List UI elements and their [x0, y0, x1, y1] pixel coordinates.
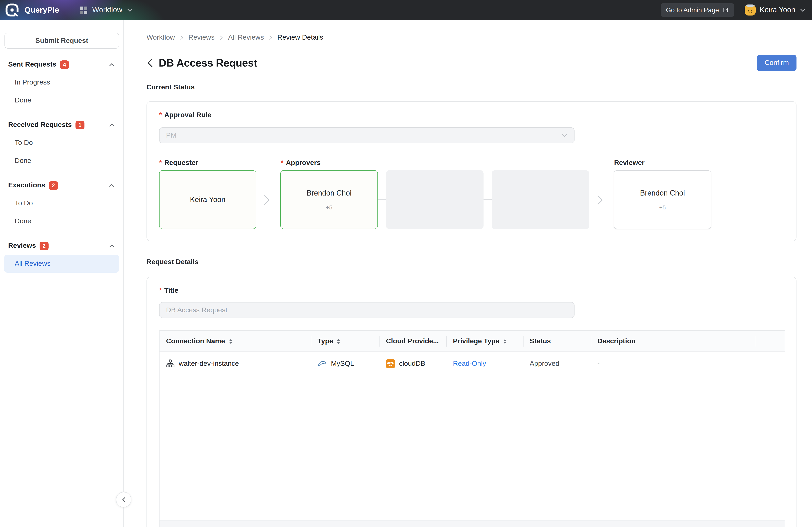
- required-asterisk: *: [281, 159, 284, 167]
- current-status-card: * Approval Rule PM * Requester * Approve…: [146, 101, 797, 241]
- requester-label: * Requester: [159, 159, 198, 167]
- sidebar-item-to-do[interactable]: To Do: [0, 134, 123, 152]
- chevron-down-icon: [127, 9, 132, 12]
- breadcrumb-all-reviews[interactable]: All Reviews: [228, 33, 264, 42]
- sidebar-item-in-progress[interactable]: In Progress: [0, 73, 123, 91]
- sort-icon: [503, 339, 507, 344]
- sidebar-item-done[interactable]: Done: [0, 212, 123, 230]
- approval-rule-label: * Approval Rule: [159, 111, 212, 119]
- aws-icon: aws: [386, 359, 395, 368]
- requester-card: Keira Yoon: [159, 170, 256, 229]
- sidebar-section-executions[interactable]: Executions 2: [0, 176, 123, 194]
- topbar: QueryPie Workflow Go to Admin Page Keira…: [0, 0, 812, 20]
- main-content: Workflow Reviews All Reviews Review Deta…: [124, 20, 812, 527]
- approver-placeholder-card: [492, 170, 589, 229]
- breadcrumb-workflow[interactable]: Workflow: [146, 33, 175, 42]
- column-header-cloud-provider[interactable]: Cloud Provide...: [379, 331, 446, 352]
- flow-arrow-icon: [597, 195, 603, 205]
- chevron-up-icon: [110, 244, 114, 247]
- confirm-button[interactable]: Confirm: [757, 55, 797, 71]
- sidebar-nav: Sent Requests 4 In Progress Done Receive…: [0, 56, 123, 273]
- app-window: QueryPie Workflow Go to Admin Page Keira…: [0, 0, 812, 527]
- sidebar-item-all-reviews[interactable]: All Reviews: [4, 255, 119, 273]
- user-name: Keira Yoon: [760, 6, 795, 14]
- sidebar-collapse-button[interactable]: [116, 492, 131, 508]
- topbar-divider: [70, 5, 70, 14]
- grid-icon: [80, 6, 87, 14]
- external-link-icon: [723, 7, 729, 13]
- chevron-up-icon: [110, 63, 114, 66]
- table-row[interactable]: walter-dev-instance MySQL aws cloudD: [160, 352, 785, 375]
- cloud-provider-cell: aws cloudDB: [379, 352, 446, 375]
- approvers-label: * Approvers: [281, 159, 320, 167]
- required-asterisk: *: [159, 159, 162, 167]
- request-details-heading: Request Details: [146, 258, 199, 266]
- go-to-admin-page-button[interactable]: Go to Admin Page: [661, 3, 734, 17]
- table-header: Connection Name Type Cloud Provide... Pr…: [160, 331, 785, 352]
- submit-request-button[interactable]: Submit Request: [4, 33, 119, 48]
- user-avatar: [745, 4, 756, 15]
- required-asterisk: *: [159, 287, 162, 295]
- sidebar-item-to-do[interactable]: To Do: [0, 194, 123, 212]
- breadcrumb: Workflow Reviews All Reviews Review Deta…: [146, 33, 323, 42]
- table-footer: [160, 520, 785, 527]
- approver-placeholder-card: [386, 170, 483, 229]
- app-switcher[interactable]: Workflow: [80, 6, 132, 14]
- privilege-type-link[interactable]: Read-Only: [446, 352, 523, 375]
- chevron-up-icon: [110, 124, 114, 126]
- chevron-down-icon: [562, 133, 568, 137]
- user-menu[interactable]: Keira Yoon: [734, 4, 806, 15]
- breadcrumb-review-details: Review Details: [277, 33, 323, 42]
- sidebar-item-done[interactable]: Done: [0, 91, 123, 110]
- back-button[interactable]: [147, 58, 153, 67]
- count-badge: 4: [60, 60, 69, 69]
- connections-table: Connection Name Type Cloud Provide... Pr…: [159, 330, 785, 527]
- sitemap-icon: [166, 359, 175, 368]
- column-header-connection-name[interactable]: Connection Name: [160, 331, 311, 352]
- request-details-card: * Title Connection Name Type Cloud Provi…: [146, 277, 797, 527]
- column-header-status: Status: [523, 331, 591, 352]
- app-name: Workflow: [92, 6, 122, 14]
- sidebar-section-received-requests[interactable]: Received Requests 1: [0, 116, 123, 134]
- chevron-down-icon: [800, 9, 806, 12]
- type-cell: MySQL: [311, 352, 379, 375]
- sidebar: Submit Request Sent Requests 4 In Progre…: [0, 20, 124, 527]
- column-header-description: Description: [591, 331, 756, 352]
- flow-arrow-icon: [264, 195, 270, 205]
- count-badge: 2: [49, 181, 58, 190]
- reviewer-card: Brendon Choi +5: [614, 170, 711, 229]
- approver-card: Brendon Choi +5: [280, 170, 378, 229]
- flow-connector: [378, 199, 386, 200]
- reviewer-label: Reviewer: [614, 159, 644, 167]
- required-asterisk: *: [159, 111, 162, 119]
- sidebar-section-sent-requests[interactable]: Sent Requests 4: [0, 56, 123, 73]
- querypie-logo-icon: [5, 3, 19, 17]
- column-header-type[interactable]: Type: [311, 331, 379, 352]
- chevron-right-icon: [269, 35, 272, 40]
- chevron-up-icon: [110, 184, 114, 187]
- status-cell: Approved: [523, 352, 591, 375]
- title-input[interactable]: [159, 302, 575, 318]
- breadcrumb-reviews[interactable]: Reviews: [188, 33, 215, 42]
- reviewer-extra-count: +5: [659, 204, 666, 211]
- approver-extra-count: +5: [326, 204, 332, 211]
- chevron-left-icon: [122, 497, 125, 502]
- brand-name: QueryPie: [25, 5, 59, 14]
- mysql-dolphin-icon: [317, 360, 327, 367]
- sidebar-item-done[interactable]: Done: [0, 152, 123, 170]
- approval-rule-select[interactable]: PM: [159, 127, 575, 143]
- flow-connector: [483, 199, 492, 200]
- page-title: DB Access Request: [159, 57, 257, 69]
- connection-name-cell: walter-dev-instance: [160, 352, 311, 375]
- chevron-right-icon: [180, 35, 183, 40]
- sidebar-section-reviews[interactable]: Reviews 2: [0, 237, 123, 255]
- count-badge: 2: [40, 241, 48, 250]
- title-label: * Title: [159, 287, 178, 295]
- chevron-right-icon: [220, 35, 223, 40]
- column-header-privilege-type[interactable]: Privilege Type: [446, 331, 523, 352]
- count-badge: 1: [75, 120, 85, 129]
- reviewer-name: Brendon Choi: [640, 189, 685, 197]
- current-status-heading: Current Status: [146, 83, 194, 91]
- chevron-left-icon: [147, 58, 153, 67]
- sort-icon: [337, 339, 340, 344]
